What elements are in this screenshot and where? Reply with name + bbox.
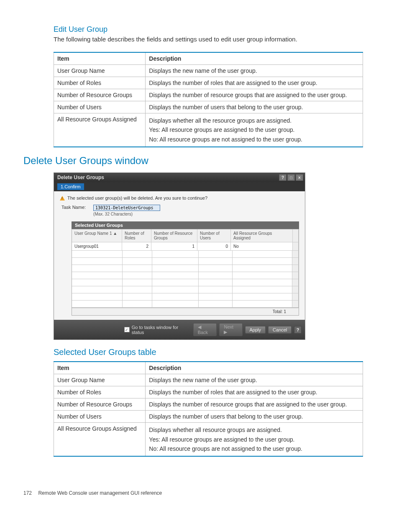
back-button[interactable]: ◀ Back [193, 323, 217, 336]
cell-number-of-users: 0 [197, 242, 231, 251]
delete-user-groups-window: Delete User Groups ? □ × 1.Confirm The s… [54, 172, 305, 340]
th-description: Description [146, 52, 363, 65]
window-maximize-icon[interactable]: □ [287, 174, 295, 181]
task-name-input[interactable] [93, 205, 160, 211]
footer-text: Remote Web Console user management GUI r… [38, 490, 162, 496]
table-row: Number of Roles Displays the number of r… [54, 77, 363, 89]
desc-line: No: All resource groups are not assigned… [149, 136, 302, 143]
th-item: Item [54, 52, 146, 65]
heading-selected-user-groups-table: Selected User Groups table [23, 347, 376, 357]
cell-item: User Group Name [54, 374, 146, 386]
grid-empty-row [72, 265, 299, 272]
cell-item: All Resource Groups Assigned [54, 113, 146, 147]
cell-item: Number of Roles [54, 77, 146, 89]
wizard-step-bar: 1.Confirm [54, 182, 305, 191]
edit-user-group-table: Item Description User Group Name Display… [54, 52, 363, 147]
warning-icon [60, 196, 65, 200]
cell-number-of-resource-groups: 1 [151, 242, 197, 251]
grid-scrollbar[interactable] [293, 229, 299, 242]
grid-scrollbar[interactable] [293, 242, 299, 251]
wizard-step-label: 1.Confirm [57, 183, 84, 190]
task-name-hint: (Max. 32 Characters) [93, 212, 160, 216]
cell-item: Number of Roles [54, 386, 146, 398]
warning-text: The selected user group(s) will be delet… [67, 195, 207, 200]
window-close-icon[interactable]: × [296, 174, 303, 181]
table-row: User Group Name Displays the new name of… [54, 374, 363, 386]
cell-desc: Displays the number of resource groups t… [146, 89, 363, 101]
page-footer: 172 Remote Web Console user management G… [23, 490, 376, 496]
help-icon[interactable]: ? [294, 326, 302, 334]
desc-line: Yes: All resource groups are assigned to… [149, 436, 294, 443]
col-user-group-name[interactable]: User Group Name 1 ▲ [72, 229, 122, 242]
grid-empty-row [72, 272, 299, 279]
cell-item: Number of Users [54, 411, 146, 423]
cell-all-resource-groups-assigned: No [231, 242, 293, 251]
th-description: Description [146, 362, 363, 374]
grid-empty-row [72, 301, 299, 308]
cell-item: Number of Users [54, 101, 146, 113]
desc-line: Yes: All resource groups are assigned to… [149, 126, 294, 133]
grid-empty-row [72, 258, 299, 265]
cell-number-of-roles: 2 [122, 242, 151, 251]
cell-item: All Resource Groups Assigned [54, 423, 146, 457]
desc-line: Displays whether all resource groups are… [149, 427, 282, 433]
cell-desc: Displays the new name of the user group. [146, 65, 363, 77]
panel-title: Selected User Groups [72, 221, 299, 229]
cell-desc: Displays the number of users that belong… [146, 411, 363, 423]
task-name-label: Task Name: [61, 205, 86, 210]
grid-empty-row [72, 286, 299, 293]
grid-header: User Group Name 1 ▲ Number of Roles Numb… [72, 229, 299, 242]
table-row: All Resource Groups Assigned Displays wh… [54, 113, 363, 147]
grid-empty-row [72, 279, 299, 286]
col-number-of-resource-groups[interactable]: Number of Resource Groups [151, 229, 197, 242]
grid-empty-row [72, 293, 299, 301]
desc-line: No: All resource groups are not assigned… [149, 445, 302, 452]
col-number-of-users[interactable]: Number of Users [197, 229, 231, 242]
window-footer: ✓ Go to tasks window for status ◀ Back N… [54, 320, 305, 339]
table-row: User Group Name Displays the new name of… [54, 65, 363, 77]
apply-button[interactable]: Apply [245, 326, 266, 334]
col-all-resource-groups-assigned[interactable]: All Resource Groups Assigned [231, 229, 293, 242]
tasks-window-checkbox-label: Go to tasks window for status [132, 325, 191, 335]
next-button[interactable]: Next ▶ [219, 323, 242, 336]
window-title: Delete User Groups [57, 175, 104, 180]
intro-text: The following table describes the fields… [23, 36, 376, 43]
table-row: Number of Users Displays the number of u… [54, 101, 363, 113]
cancel-button[interactable]: Cancel [268, 326, 292, 334]
cell-desc: Displays whether all resource groups are… [146, 423, 363, 457]
cell-desc: Displays the number of users that belong… [146, 101, 363, 113]
window-titlebar: Delete User Groups ? □ × [54, 173, 305, 182]
selected-user-groups-table: Item Description User Group Name Display… [54, 361, 363, 457]
selected-user-groups-grid: User Group Name 1 ▲ Number of Roles Numb… [72, 229, 299, 316]
cell-desc: Displays the number of roles that are as… [146, 77, 363, 89]
th-item: Item [54, 362, 146, 374]
cell-desc: Displays the number of resource groups t… [146, 398, 363, 411]
col-number-of-roles[interactable]: Number of Roles [122, 229, 151, 242]
tasks-window-checkbox[interactable]: ✓ [124, 327, 130, 332]
cell-user-group-name: Usergroup01 [72, 242, 122, 251]
heading-delete-user-groups-window: Delete User Groups window [23, 155, 376, 167]
grid-row[interactable]: Usergroup01 2 1 0 No [72, 242, 299, 251]
table-row: All Resource Groups Assigned Displays wh… [54, 423, 363, 457]
heading-edit-user-group: Edit User Group [23, 25, 376, 34]
cell-desc: Displays the new name of the user group. [146, 374, 363, 386]
cell-item: Number of Resource Groups [54, 89, 146, 101]
table-row: Number of Roles Displays the number of r… [54, 386, 363, 398]
page-number: 172 [23, 490, 32, 496]
desc-line: Displays whether all the resource groups… [149, 117, 292, 124]
grid-empty-row [72, 251, 299, 258]
table-row: Number of Users Displays the number of u… [54, 411, 363, 423]
selected-user-groups-panel: Selected User Groups User Group Name 1 ▲… [72, 221, 299, 316]
cell-item: Number of Resource Groups [54, 398, 146, 411]
cell-desc: Displays the number of roles that are as… [146, 386, 363, 398]
window-help-icon[interactable]: ? [279, 174, 286, 181]
table-row: Number of Resource Groups Displays the n… [54, 398, 363, 411]
cell-desc: Displays whether all the resource groups… [146, 113, 363, 147]
cell-item: User Group Name [54, 65, 146, 77]
table-row: Number of Resource Groups Displays the n… [54, 89, 363, 101]
window-body: The selected user group(s) will be delet… [54, 191, 305, 320]
grid-total: Total: 1 [72, 308, 299, 315]
